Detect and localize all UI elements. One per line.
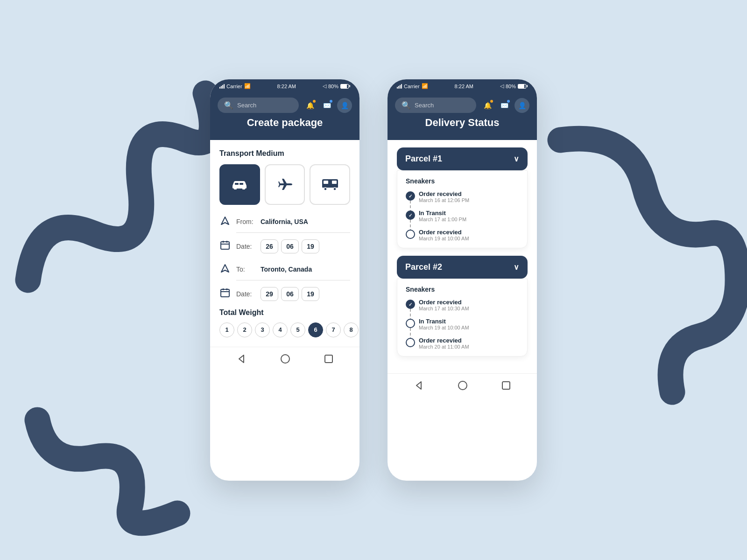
parcel-1-body: Sneakers ✓ Order recevied March 16 at 12… xyxy=(397,170,528,248)
parcel-2-time-1: March 17 at 10:30 AM xyxy=(419,306,519,311)
weight-4[interactable]: 4 xyxy=(273,322,288,337)
mail-dot-right xyxy=(507,100,510,103)
svg-marker-15 xyxy=(221,265,229,272)
mail-dot xyxy=(330,100,332,103)
svg-rect-5 xyxy=(324,181,328,184)
mail-icon-right[interactable]: ✉️ xyxy=(498,99,511,112)
avatar-right[interactable]: 👤 xyxy=(514,98,529,113)
status-right: ◁ 80% xyxy=(323,83,350,89)
from-date-day[interactable]: 26 xyxy=(261,239,278,253)
back-nav-icon[interactable] xyxy=(236,354,247,366)
left-phone-body: Transport Medium xyxy=(210,140,359,347)
svg-point-8 xyxy=(324,188,327,190)
square-nav-icon[interactable] xyxy=(324,354,333,366)
parcel-1-status-2: In Transit xyxy=(419,210,519,217)
from-date-year[interactable]: 19 xyxy=(302,239,319,253)
status-bar-left: Carrier 📶 8:22 AM ◁ 80% xyxy=(210,79,359,93)
header-icons-left: 🔔 ✉️ 👤 xyxy=(303,98,352,113)
to-value: Toronto, Canada xyxy=(261,266,312,273)
parcel-2-event-3: Order recevied March 20 at 11:00 AM xyxy=(419,337,519,350)
search-placeholder-left: Search xyxy=(237,102,292,109)
parcel-1-time-3: March 19 at 10:00 AM xyxy=(419,236,519,241)
search-bar-right[interactable]: 🔍 Search xyxy=(395,98,476,113)
svg-rect-25 xyxy=(502,382,510,389)
transport-car[interactable] xyxy=(219,164,260,205)
svg-rect-3 xyxy=(240,183,243,185)
parcel-2-section: Parcel #2 ∨ Sneakers ✓ Order recevied xyxy=(397,256,528,357)
weight-3[interactable]: 3 xyxy=(255,322,270,337)
notification-bell-right[interactable]: 🔔 xyxy=(481,99,494,112)
weight-7[interactable]: 7 xyxy=(326,322,341,337)
location-icon-right: ◁ xyxy=(500,83,504,89)
bell-dot xyxy=(313,100,316,103)
phones-container: Carrier 📶 8:22 AM ◁ 80% 🔍 Search xyxy=(210,79,537,481)
parcel-2-event-1: ✓ Order recevied March 17 at 10:30 AM xyxy=(419,299,519,311)
parcel-2-time-2: March 19 at 10:00 AM xyxy=(419,325,519,330)
weight-2[interactable]: 2 xyxy=(237,322,252,337)
parcel-2-status-3: Order recevied xyxy=(419,337,519,344)
home-nav-icon[interactable] xyxy=(280,354,290,366)
to-date-boxes: 29 06 19 xyxy=(261,287,319,301)
battery-percent: 80% xyxy=(328,84,338,89)
parcel-2-header[interactable]: Parcel #2 ∨ xyxy=(397,256,528,279)
svg-point-9 xyxy=(333,188,336,190)
left-phone: Carrier 📶 8:22 AM ◁ 80% 🔍 Search xyxy=(210,79,359,481)
svg-rect-11 xyxy=(221,242,229,249)
transport-bus[interactable] xyxy=(310,164,350,205)
to-date-field: Date: 29 06 19 xyxy=(219,287,350,301)
page-title-left: Create package xyxy=(218,113,352,131)
from-date-month[interactable]: 06 xyxy=(281,239,299,253)
svg-rect-2 xyxy=(235,183,239,185)
from-date-label: Date: xyxy=(236,243,255,250)
parcel-1-dot-2: ✓ xyxy=(406,210,415,220)
search-bar-left[interactable]: 🔍 Search xyxy=(218,98,299,113)
transport-plane[interactable] xyxy=(265,164,305,205)
parcel-1-status-3: Order recevied xyxy=(419,229,519,236)
page-title-right: Delivery Status xyxy=(395,113,529,131)
bottom-nav-left xyxy=(210,347,359,373)
from-value: California, USA xyxy=(261,218,308,225)
weight-6[interactable]: 6 xyxy=(308,322,323,337)
parcel-2-body: Sneakers ✓ Order recevied March 17 at 10… xyxy=(397,279,528,357)
header-icons-right: 🔔 ✉️ 👤 xyxy=(481,98,529,113)
home-nav-icon-right[interactable] xyxy=(458,380,468,393)
parcel-1-item: Sneakers xyxy=(406,177,519,185)
from-icon xyxy=(219,216,231,228)
svg-rect-6 xyxy=(332,181,337,184)
from-label: From: xyxy=(236,218,255,225)
search-icon-left: 🔍 xyxy=(224,101,233,110)
parcel-1-section: Parcel #1 ∨ Sneakers ✓ Order recevied xyxy=(397,147,528,248)
to-date-label: Date: xyxy=(236,290,255,298)
right-phone-body: Parcel #1 ∨ Sneakers ✓ Order recevied xyxy=(388,140,537,373)
to-date-day[interactable]: 29 xyxy=(261,287,278,301)
parcel-2-event-2: In Transit March 19 at 10:00 AM xyxy=(419,318,519,330)
weight-1[interactable]: 1 xyxy=(219,322,234,337)
parcel-1-time-2: March 17 at 1:00 PM xyxy=(419,217,519,222)
avatar-left[interactable]: 👤 xyxy=(337,98,352,113)
from-field: From: California, USA xyxy=(219,216,350,228)
location-icon: ◁ xyxy=(323,83,326,89)
svg-rect-16 xyxy=(221,289,229,297)
svg-marker-20 xyxy=(239,355,244,363)
parcel-1-header[interactable]: Parcel #1 ∨ xyxy=(397,147,528,170)
weight-5[interactable]: 5 xyxy=(290,322,305,337)
svg-marker-10 xyxy=(221,217,229,224)
parcel-2-dot-1: ✓ xyxy=(406,300,415,309)
notification-bell-left[interactable]: 🔔 xyxy=(303,99,317,112)
status-bar-right: Carrier 📶 8:22 AM ◁ 80% xyxy=(388,79,537,93)
weight-8[interactable]: 8 xyxy=(344,322,359,337)
back-nav-icon-right[interactable] xyxy=(414,380,424,393)
to-date-month[interactable]: 06 xyxy=(281,287,299,301)
search-icon-right: 🔍 xyxy=(402,101,411,110)
square-nav-icon-right[interactable] xyxy=(501,381,511,392)
mail-icon-left[interactable]: ✉️ xyxy=(320,99,333,112)
transport-section-title: Transport Medium xyxy=(219,149,350,158)
parcel-2-title: Parcel #2 xyxy=(405,262,442,272)
parcel-1-chevron-icon: ∨ xyxy=(514,154,519,163)
parcel-2-status-2: In Transit xyxy=(419,318,519,325)
to-date-year[interactable]: 19 xyxy=(302,287,319,301)
parcel-1-time-1: March 16 at 12:06 PM xyxy=(419,197,519,203)
wifi-icon-right: 📶 xyxy=(422,83,428,89)
parcel-1-timeline: ✓ Order recevied March 16 at 12:06 PM ✓ xyxy=(406,190,519,241)
signal-icon-right xyxy=(397,84,402,89)
